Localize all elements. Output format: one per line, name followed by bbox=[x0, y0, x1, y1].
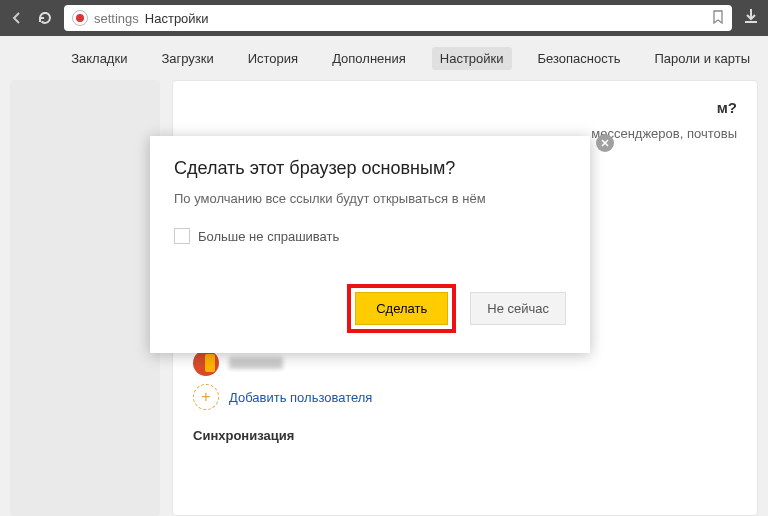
dont-ask-row[interactable]: Больше не спрашивать bbox=[174, 228, 566, 244]
default-browser-dialog: Сделать этот браузер основным? По умолча… bbox=[150, 136, 590, 353]
content-area: Закладки Загрузки История Дополнения Нас… bbox=[0, 36, 768, 516]
close-icon[interactable] bbox=[596, 134, 614, 152]
back-icon[interactable] bbox=[8, 9, 26, 27]
site-icon bbox=[72, 10, 88, 26]
dialog-body: По умолчанию все ссылки будут открыватьс… bbox=[174, 191, 566, 206]
confirm-button[interactable]: Сделать bbox=[355, 292, 448, 325]
dialog-buttons: Сделать Не сейчас bbox=[174, 284, 566, 333]
address-bar[interactable]: settings Настройки bbox=[64, 5, 732, 31]
highlight-frame: Сделать bbox=[347, 284, 456, 333]
downloads-icon[interactable] bbox=[742, 7, 760, 29]
dialog-title: Сделать этот браузер основным? bbox=[174, 158, 566, 179]
browser-toolbar: settings Настройки bbox=[0, 0, 768, 36]
url-path: Настройки bbox=[145, 11, 209, 26]
dont-ask-checkbox[interactable] bbox=[174, 228, 190, 244]
url-host: settings bbox=[94, 11, 139, 26]
dont-ask-label: Больше не спрашивать bbox=[198, 229, 339, 244]
bookmark-icon[interactable] bbox=[712, 10, 724, 27]
cancel-button[interactable]: Не сейчас bbox=[470, 292, 566, 325]
reload-icon[interactable] bbox=[36, 9, 54, 27]
